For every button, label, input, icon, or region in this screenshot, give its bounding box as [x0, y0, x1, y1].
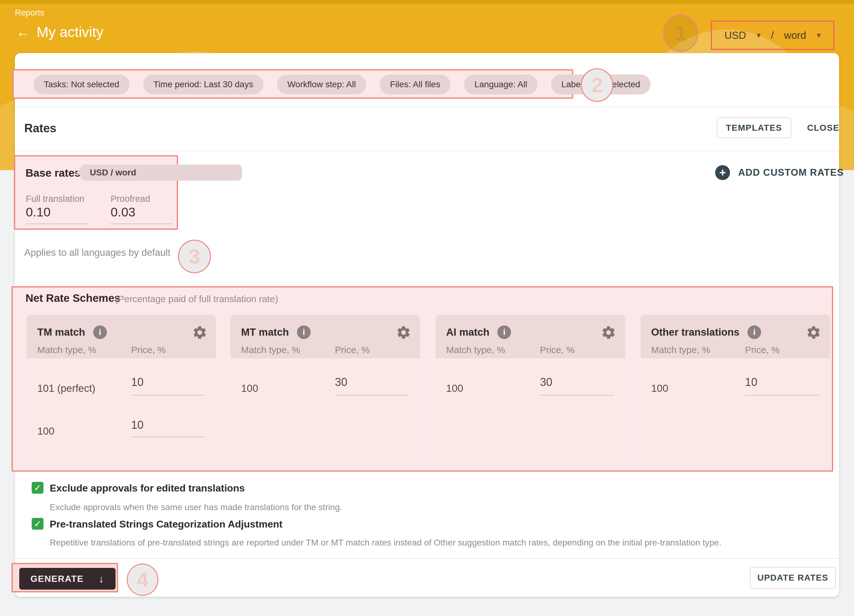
unit-value: word — [784, 29, 806, 41]
rate-card-title: TM match — [37, 326, 85, 338]
exclude-approvals-label: Exclude approvals for edited translation… — [50, 482, 245, 494]
update-rates-button[interactable]: UPDATE RATES — [750, 567, 836, 589]
rates-heading: Rates — [24, 122, 56, 135]
add-custom-rates-button[interactable]: + ADD CUSTOM RATES — [715, 165, 844, 180]
input-underline — [540, 395, 614, 395]
rate-card-mt-match: MT match i Match type, % Price, % 100 30 — [230, 315, 420, 464]
filter-chip-workflow-step[interactable]: Workflow step: All — [277, 75, 366, 94]
top-strip — [0, 0, 854, 4]
price-column-label: Price, % — [540, 345, 575, 355]
exclude-approvals-checkbox[interactable]: ✓ — [32, 482, 44, 494]
input-underline — [131, 395, 205, 395]
price-input[interactable]: 10 — [131, 376, 143, 389]
info-icon[interactable]: i — [297, 325, 311, 339]
info-icon[interactable]: i — [747, 325, 761, 339]
rate-card-title: MT match — [241, 326, 289, 338]
annotation-step-2: 2 — [581, 68, 613, 102]
base-rates-panel: Base rates USD / word Full translation 0… — [14, 155, 178, 230]
price-column-label: Price, % — [745, 345, 780, 355]
rate-card-ai-match: AI match i Match type, % Price, % 100 30 — [436, 315, 625, 464]
input-underline — [745, 395, 819, 395]
rate-card-other-translations: Other translations i Match type, % Price… — [640, 315, 830, 464]
add-custom-rates-label: ADD CUSTOM RATES — [738, 167, 844, 178]
price-column-label: Price, % — [335, 345, 370, 355]
proofread-label: Proofread — [111, 194, 150, 204]
match-type-column-label: Match type, % — [241, 345, 300, 355]
rate-card-title: Other translations — [651, 326, 740, 338]
currency-value: USD — [724, 29, 746, 41]
full-translation-label: Full translation — [26, 194, 84, 204]
match-type-column-label: Match type, % — [651, 345, 710, 355]
check-icon: ✓ — [34, 483, 41, 493]
price-input[interactable]: 10 — [131, 418, 143, 432]
templates-button[interactable]: TEMPLATES — [717, 117, 791, 138]
price-input[interactable]: 30 — [335, 376, 347, 389]
currency-unit-separator: / — [771, 29, 773, 41]
check-icon: ✓ — [34, 519, 41, 529]
match-type-value: 100 — [241, 383, 258, 394]
page-title: My activity — [37, 25, 104, 39]
filter-chip-time-period[interactable]: Time period: Last 30 days — [143, 75, 264, 94]
info-icon[interactable]: i — [93, 325, 107, 339]
close-button[interactable]: CLOSE — [805, 117, 842, 138]
chevron-down-icon: ▾ — [817, 30, 821, 40]
price-column-label: Price, % — [131, 345, 166, 355]
rate-card-header: TM match i Match type, % Price, % — [27, 315, 216, 358]
divider — [15, 107, 839, 107]
filter-chip-files[interactable]: Files: All files — [380, 75, 450, 94]
full-translation-input[interactable]: 0.10 — [26, 205, 50, 219]
price-input[interactable]: 30 — [540, 376, 552, 389]
gear-icon[interactable] — [192, 325, 207, 340]
badge-tail — [75, 169, 81, 176]
generate-highlight-box: GENERATE ↓ — [12, 563, 118, 592]
match-type-value: 100 — [446, 383, 463, 394]
rate-card-header: MT match i Match type, % Price, % — [230, 315, 420, 358]
unit-select[interactable]: word ▾ — [784, 29, 821, 41]
generate-button[interactable]: GENERATE ↓ — [19, 568, 116, 590]
chevron-down-icon: ▾ — [757, 30, 761, 40]
price-input[interactable]: 10 — [745, 376, 757, 389]
pretranslated-adjustment-checkbox[interactable]: ✓ — [32, 518, 44, 530]
net-rate-schemes-panel: Net Rate Schemes (Percentage paid of ful… — [12, 286, 833, 472]
back-arrow-icon[interactable]: ← — [16, 25, 30, 39]
filter-chip-language[interactable]: Language: All — [464, 75, 537, 94]
divider — [15, 151, 839, 151]
filters-highlight-box: Tasks: Not selected Time period: Last 30… — [12, 69, 573, 99]
proofread-input[interactable]: 0.03 — [111, 205, 136, 219]
input-underline — [131, 437, 205, 437]
currency-unit-picker: USD ▾ / word ▾ — [711, 20, 834, 50]
rate-card-tm-match: TM match i Match type, % Price, % 101 (p… — [27, 315, 216, 464]
rate-card-header: AI match i Match type, % Price, % — [436, 315, 625, 358]
rate-card-title: AI match — [446, 326, 489, 338]
info-icon[interactable]: i — [497, 325, 511, 339]
input-underline — [25, 224, 88, 224]
rate-card-header: Other translations i Match type, % Price… — [640, 315, 830, 358]
match-type-value: 101 (perfect) — [37, 383, 95, 394]
my-activity-report-page: Reports ← My activity 1 USD ▾ / word ▾ T… — [0, 0, 854, 616]
net-rate-schemes-subtitle: (Percentage paid of full translation rat… — [115, 294, 278, 304]
base-rates-currency-badge: USD / word — [81, 164, 242, 181]
exclude-approvals-description: Exclude approvals when the same user has… — [50, 502, 342, 512]
breadcrumb[interactable]: Reports — [15, 8, 44, 18]
match-type-value: 100 — [37, 425, 54, 437]
match-type-column-label: Match type, % — [37, 345, 96, 355]
generate-label: GENERATE — [30, 574, 84, 584]
divider — [15, 558, 839, 559]
annotation-step-3: 3 — [178, 240, 211, 273]
input-underline — [335, 395, 409, 395]
match-type-column-label: Match type, % — [446, 345, 505, 355]
base-rates-note: Applies to all languages by default — [24, 247, 171, 258]
annotation-step-4: 4 — [127, 564, 159, 596]
gear-icon[interactable] — [806, 325, 821, 340]
gear-icon[interactable] — [601, 325, 616, 340]
pretranslated-adjustment-label: Pre-translated Strings Categorization Ad… — [50, 519, 282, 530]
currency-select[interactable]: USD ▾ — [724, 29, 761, 41]
match-type-value: 100 — [651, 383, 668, 394]
net-rate-schemes-title: Net Rate Schemes — [26, 292, 120, 304]
annotation-step-1: 1 — [663, 15, 698, 52]
filter-chip-tasks[interactable]: Tasks: Not selected — [34, 75, 130, 94]
gear-icon[interactable] — [396, 325, 411, 340]
base-rates-title: Base rates — [26, 167, 81, 179]
pretranslated-adjustment-description: Repetitive translations of pre-translate… — [50, 538, 721, 548]
input-underline — [110, 224, 173, 224]
